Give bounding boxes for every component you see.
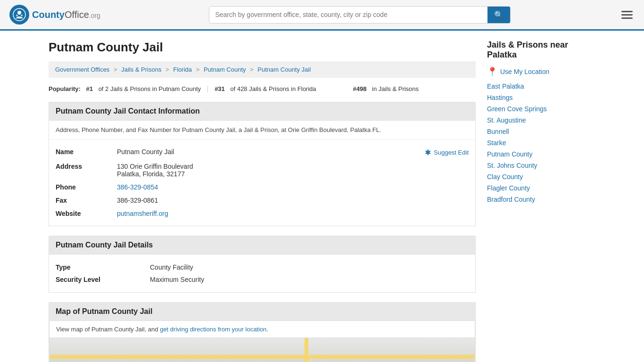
phone-link[interactable]: 386-329-0854 (117, 183, 158, 191)
list-item: Green Cove Springs (487, 105, 595, 113)
website-row: Website putnamsheriff.org (56, 207, 469, 220)
location-icon: 📍 (487, 66, 497, 77)
logo-icon (9, 5, 29, 25)
menu-button[interactable] (619, 9, 635, 21)
address-line2: Palatka, Florida, 32177 (117, 170, 193, 178)
use-my-location-row: 📍 Use My Location (487, 66, 595, 77)
sidebar-link-bunnell[interactable]: Bunnell (487, 128, 509, 135)
popularity-section: Popularity: #1 of 2 Jails & Prisons in P… (49, 85, 476, 92)
contact-section-content: Address, Phone Number, and Fax Number fo… (49, 121, 476, 226)
sidebar-link-st-augustine[interactable]: St. Augustine (487, 116, 526, 124)
suggest-edit-button[interactable]: ✱ Suggest Edit (425, 148, 469, 157)
breadcrumb-sep-4: > (250, 66, 254, 73)
address-label: Address (56, 163, 117, 170)
sidebar-link-bradford-county[interactable]: Bradford County (487, 196, 535, 203)
address-value: 130 Orie Griffin Boulevard Palatka, Flor… (117, 163, 193, 178)
fax-label: Fax (56, 197, 117, 204)
type-value: County Facility (150, 263, 193, 271)
phone-row: Phone 386-329-0854 (56, 181, 469, 194)
security-label: Security Level (56, 276, 150, 283)
map-intro: View map of Putnam County Jail, and get … (49, 321, 475, 338)
address-line1: 130 Orie Griffin Boulevard (117, 163, 193, 170)
security-value: Maximum Security (150, 276, 204, 283)
use-my-location-link[interactable]: Use My Location (500, 68, 549, 75)
contact-intro: Address, Phone Number, and Fax Number fo… (49, 121, 475, 140)
map-section: Map of Putnam County Jail View map of Pu… (49, 302, 476, 362)
breadcrumb-putnam-county[interactable]: Putnam County (204, 66, 246, 73)
search-button[interactable]: 🔍 (487, 7, 510, 23)
logo[interactable]: CountyOffice.org (9, 5, 100, 25)
sidebar-link-green-cove-springs[interactable]: Green Cove Springs (487, 105, 547, 113)
list-item: Putnam County (487, 150, 595, 158)
map-placeholder (49, 338, 475, 362)
type-label: Type (56, 263, 150, 271)
svg-point-3 (21, 15, 23, 16)
type-row: Type County Facility (56, 261, 469, 273)
name-row: Name Putnam County Jail ✱ Suggest Edit (56, 145, 469, 160)
sidebar-link-putnam-county[interactable]: Putnam County (487, 150, 533, 158)
sidebar-link-starke[interactable]: Starke (487, 139, 506, 147)
security-row: Security Level Maximum Security (56, 273, 469, 286)
popularity-divider (207, 86, 208, 92)
search-bar: 🔍 (209, 6, 511, 24)
list-item: Clay County (487, 173, 595, 181)
map-section-header: Map of Putnam County Jail (49, 302, 476, 321)
website-label: Website (56, 210, 117, 217)
popularity-rank2: #31 (215, 85, 225, 92)
search-input[interactable] (209, 7, 487, 22)
breadcrumb-florida[interactable]: Florida (173, 66, 192, 73)
map-content: View map of Putnam County Jail, and get … (49, 321, 476, 362)
sidebar-link-flagler-county[interactable]: Flagler County (487, 184, 530, 192)
website-link[interactable]: putnamsheriff.org (117, 210, 168, 217)
sidebar-list: East Palatka Hastings Green Cove Springs… (487, 82, 595, 203)
sidebar-link-hastings[interactable]: Hastings (487, 94, 512, 101)
popularity-rank3-text: in Jails & Prisons (372, 85, 419, 92)
logo-text: CountyOffice.org (32, 9, 100, 20)
sidebar: Jails & Prisons near Palatka 📍 Use My Lo… (487, 40, 595, 362)
svg-point-2 (16, 15, 18, 16)
details-section-header: Putnam County Jail Details (49, 236, 476, 255)
popularity-rank2-text: of 428 Jails & Prisons in Florida (230, 85, 316, 92)
phone-value: 386-329-0854 (117, 183, 158, 191)
list-item: Hastings (487, 94, 595, 101)
list-item: St. Johns County (487, 162, 595, 169)
breadcrumb-government-offices[interactable]: Government Offices (55, 66, 109, 73)
details-section: Putnam County Jail Details Type County F… (49, 236, 476, 293)
breadcrumb-sep-1: > (114, 66, 117, 73)
list-item: Starke (487, 139, 595, 147)
sidebar-link-clay-county[interactable]: Clay County (487, 173, 523, 181)
sidebar-link-east-palatka[interactable]: East Palatka (487, 82, 524, 90)
main-content: Putnam County Jail Government Offices > … (49, 40, 476, 362)
phone-label: Phone (56, 183, 117, 191)
sidebar-title: Jails & Prisons near Palatka (487, 40, 595, 60)
contact-section: Putnam County Jail Contact Information A… (49, 102, 476, 226)
popularity-label: Popularity: (49, 85, 81, 92)
name-value: Putnam County Jail (117, 148, 174, 156)
map-intro-text: View map of Putnam County Jail, and (56, 326, 160, 333)
address-row: Address 130 Orie Griffin Boulevard Palat… (56, 160, 469, 181)
details-content: Type County Facility Security Level Maxi… (49, 255, 476, 293)
breadcrumb-putnam-county-jail[interactable]: Putnam County Jail (257, 66, 311, 73)
popularity-rank1: #1 (86, 85, 93, 92)
list-item: Bradford County (487, 196, 595, 203)
list-item: East Palatka (487, 82, 595, 90)
contact-table: Name Putnam County Jail ✱ Suggest Edit A… (49, 140, 475, 226)
fax-row: Fax 386-329-0861 (56, 194, 469, 207)
map-directions-link[interactable]: get driving directions from your locatio… (160, 326, 266, 333)
map-road-horizontal (50, 355, 475, 359)
breadcrumb-sep-2: > (165, 66, 169, 73)
map-road-vertical (305, 338, 308, 362)
contact-section-header: Putnam County Jail Contact Information (49, 102, 476, 121)
list-item: Flagler County (487, 184, 595, 192)
sidebar-link-st-johns-county[interactable]: St. Johns County (487, 162, 537, 169)
suggest-edit-icon: ✱ (425, 148, 431, 157)
svg-point-1 (17, 11, 21, 15)
list-item: St. Augustine (487, 116, 595, 124)
page-title: Putnam County Jail (49, 40, 476, 55)
breadcrumb: Government Offices > Jails & Prisons > F… (49, 61, 476, 78)
breadcrumb-jails-prisons[interactable]: Jails & Prisons (121, 66, 161, 73)
breadcrumb-sep-3: > (196, 66, 200, 73)
popularity-rank1-text: of 2 Jails & Prisons in Putnam County (99, 85, 201, 92)
popularity-rank3: #498 (353, 85, 367, 92)
suggest-edit-label: Suggest Edit (434, 149, 469, 156)
